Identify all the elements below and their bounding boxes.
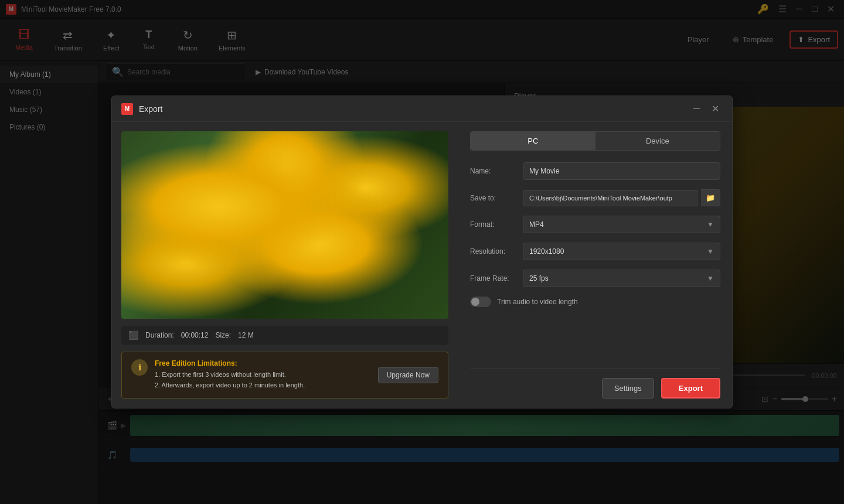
limitation-line1: 1. Export the first 3 videos without len… [155, 370, 371, 380]
form-format-row: Format: MP4 ▼ [470, 216, 720, 233]
settings-button[interactable]: Settings [602, 378, 654, 399]
format-label: Format: [470, 220, 523, 229]
dialog-body: ⬛ Duration: 00:00:12 Size: 12 M ℹ Free E… [112, 122, 732, 407]
name-input[interactable] [523, 162, 720, 180]
format-dropdown-arrow: ▼ [707, 220, 714, 229]
form-framerate-row: Frame Rate: 25 fps ▼ [470, 270, 720, 287]
trim-audio-row: Trim audio to video length [470, 297, 720, 307]
dialog-header: M Export ─ ✕ [112, 96, 732, 122]
limitations-text: Free Edition Limitations: 1. Export the … [155, 359, 371, 390]
framerate-dropdown-arrow: ▼ [707, 274, 714, 282]
dialog-window-controls: ─ ✕ [690, 102, 723, 115]
dialog-preview-panel: ⬛ Duration: 00:00:12 Size: 12 M ℹ Free E… [112, 122, 458, 407]
tab-device[interactable]: Device [595, 132, 720, 150]
limitation-line2: 2. Afterwards, export video up to 2 minu… [155, 380, 371, 391]
path-row: 📁 [523, 189, 720, 206]
saveto-label: Save to: [470, 194, 523, 202]
tab-pc[interactable]: PC [471, 132, 595, 150]
form-name-row: Name: [470, 162, 720, 180]
video-frame-icon: ⬛ [128, 331, 138, 340]
format-select[interactable]: MP4 ▼ [523, 216, 720, 233]
dialog-bottom-buttons: Settings Export [470, 368, 720, 399]
resolution-dropdown-arrow: ▼ [707, 247, 714, 256]
export-button[interactable]: Export [661, 378, 720, 399]
upgrade-button[interactable]: Upgrade Now [378, 367, 438, 383]
toggle-knob [471, 298, 479, 306]
form-saveto-row: Save to: 📁 [470, 189, 720, 206]
trim-audio-toggle[interactable] [470, 297, 491, 307]
size-value: 12 M [238, 331, 254, 339]
export-tabs: PC Device [470, 131, 720, 151]
resolution-select[interactable]: 1920x1080 ▼ [523, 243, 720, 260]
dialog-app-icon: M [121, 103, 133, 115]
framerate-value: 25 fps [529, 274, 549, 282]
framerate-select[interactable]: 25 fps ▼ [523, 270, 720, 287]
limitations-title: Free Edition Limitations: [155, 359, 371, 367]
limitations-list: 1. Export the first 3 videos without len… [155, 370, 371, 390]
duration-label: Duration: [145, 331, 174, 339]
resolution-value: 1920x1080 [529, 247, 564, 256]
name-label: Name: [470, 167, 523, 175]
browse-folder-button[interactable]: 📁 [701, 189, 720, 206]
size-label: Size: [215, 331, 231, 339]
video-preview-box [121, 131, 448, 319]
dialog-overlay: M Export ─ ✕ ⬛ Duration: 00:00:12 Size: … [0, 0, 844, 504]
video-info-bar: ⬛ Duration: 00:00:12 Size: 12 M [121, 326, 448, 345]
trim-audio-label: Trim audio to video length [497, 298, 578, 306]
export-dialog: M Export ─ ✕ ⬛ Duration: 00:00:12 Size: … [111, 96, 733, 408]
saveto-input[interactable] [523, 190, 697, 206]
format-value: MP4 [529, 220, 544, 229]
resolution-label: Resolution: [470, 247, 523, 256]
dialog-minimize-button[interactable]: ─ [690, 102, 703, 115]
dialog-title: Export [139, 104, 690, 114]
video-flower-bg [121, 131, 448, 319]
limitations-icon: ℹ [131, 359, 148, 376]
duration-value: 00:00:12 [181, 331, 209, 339]
dialog-close-button[interactable]: ✕ [708, 102, 723, 115]
framerate-label: Frame Rate: [470, 274, 523, 282]
form-resolution-row: Resolution: 1920x1080 ▼ [470, 243, 720, 260]
dialog-settings-panel: PC Device Name: Save to: 📁 [458, 122, 732, 407]
limitations-box: ℹ Free Edition Limitations: 1. Export th… [121, 352, 448, 398]
